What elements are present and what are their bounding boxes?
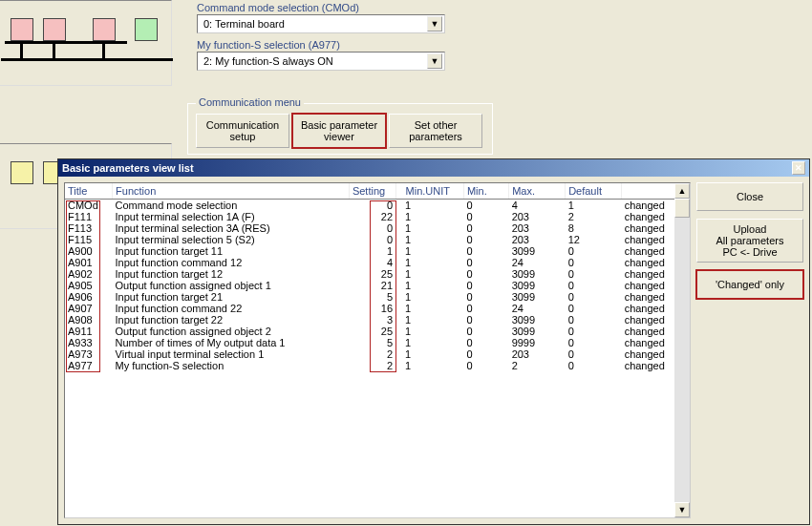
a977-dropdown[interactable]: 2: My function-S always ON ▼ bbox=[197, 52, 445, 71]
cell-function: Input function target 12 bbox=[113, 268, 350, 280]
cell-title: A908 bbox=[65, 314, 113, 326]
cell-max: 24 bbox=[509, 303, 566, 314]
cell-default: 8 bbox=[566, 222, 622, 234]
parameters-table: Title Function Setting Min.UNIT Min. Max… bbox=[65, 183, 690, 371]
cell-minunit: 1 bbox=[395, 303, 463, 314]
cell-minunit: 1 bbox=[395, 360, 463, 371]
cell-minunit: 1 bbox=[395, 337, 463, 348]
set-other-parameters-button[interactable]: Set other parameters bbox=[389, 114, 482, 148]
dialog-titlebar[interactable]: Basic parameters view list ✕ bbox=[58, 159, 809, 177]
table-row[interactable]: A911Output function assigned object 2251… bbox=[65, 326, 690, 337]
table-row[interactable]: A973Virtual input terminal selection 121… bbox=[65, 348, 690, 360]
cell-minunit: 1 bbox=[395, 234, 463, 245]
cell-default: 0 bbox=[566, 337, 622, 348]
cell-min: 0 bbox=[463, 314, 508, 326]
table-row[interactable]: F113Input terminal selection 3A (RES)010… bbox=[65, 222, 690, 234]
table-row[interactable]: F115Input terminal selection 5 (S2)01020… bbox=[65, 234, 690, 245]
scroll-down-button[interactable]: ▼ bbox=[674, 502, 690, 517]
cell-default: 0 bbox=[566, 291, 622, 303]
col-title[interactable]: Title bbox=[65, 183, 113, 199]
table-row[interactable]: F111Input terminal selection 1A (F)22102… bbox=[65, 211, 690, 222]
cell-default: 0 bbox=[566, 348, 622, 360]
table-row[interactable]: A908Input function target 2231030990chan… bbox=[65, 314, 690, 326]
basic-parameter-viewer-button[interactable]: Basic parameter viewer bbox=[292, 114, 386, 148]
cell-max: 9999 bbox=[509, 337, 566, 348]
cell-max: 4 bbox=[509, 199, 566, 211]
cell-setting: 4 bbox=[349, 257, 395, 268]
cell-setting: 2 bbox=[349, 348, 395, 360]
unit6-node-1[interactable] bbox=[11, 161, 33, 184]
cell-max: 203 bbox=[509, 211, 566, 222]
cell-setting: 22 bbox=[349, 211, 395, 222]
table-row[interactable]: A907Input function command 221610240chan… bbox=[65, 303, 690, 314]
col-function[interactable]: Function bbox=[113, 183, 350, 199]
cell-title: CMOd bbox=[65, 199, 113, 211]
dialog-close-button[interactable]: ✕ bbox=[792, 161, 805, 175]
cmod-dropdown[interactable]: 0: Terminal board ▼ bbox=[197, 14, 445, 33]
table-row[interactable]: A906Input function target 2151030990chan… bbox=[65, 291, 690, 303]
cell-min: 0 bbox=[463, 211, 508, 222]
cell-function: Command mode selection bbox=[113, 199, 350, 211]
cell-title: A907 bbox=[65, 303, 113, 314]
changed-only-button[interactable]: 'Changed' only bbox=[696, 270, 803, 299]
cell-max: 203 bbox=[509, 222, 566, 234]
cell-setting: 3 bbox=[349, 314, 395, 326]
scroll-thumb[interactable] bbox=[674, 199, 690, 218]
cell-function: Input terminal selection 3A (RES) bbox=[113, 222, 350, 234]
cell-title: A901 bbox=[65, 257, 113, 268]
cell-function: Number of times of My output data 1 bbox=[113, 337, 350, 348]
cell-min: 0 bbox=[463, 360, 508, 371]
table-row[interactable]: CMOdCommand mode selection01041changed bbox=[65, 199, 690, 211]
col-setting[interactable]: Setting bbox=[349, 183, 395, 199]
unit5-node-4[interactable] bbox=[135, 18, 158, 41]
close-button[interactable]: Close bbox=[696, 182, 803, 211]
cell-setting: 2 bbox=[349, 360, 395, 371]
cell-default: 0 bbox=[566, 326, 622, 337]
unit5-node-1[interactable] bbox=[11, 18, 33, 41]
cell-max: 3099 bbox=[509, 280, 566, 291]
cell-max: 3099 bbox=[509, 268, 566, 280]
cell-title: F111 bbox=[65, 211, 113, 222]
communication-menu-groupbox: Communication menu Communication setup B… bbox=[187, 103, 493, 155]
table-row[interactable]: A905Output function assigned object 1211… bbox=[65, 280, 690, 291]
col-min[interactable]: Min. bbox=[463, 183, 508, 199]
table-row[interactable]: A933Number of times of My output data 15… bbox=[65, 337, 690, 348]
cmod-dropdown-button[interactable]: ▼ bbox=[427, 16, 442, 32]
parameters-list-pane: Title Function Setting Min.UNIT Min. Max… bbox=[64, 182, 691, 518]
list-scrollbar[interactable]: ▲ ▼ bbox=[674, 183, 690, 517]
unit5-groupbox: NIT No.5 bbox=[0, 0, 172, 86]
cell-default: 0 bbox=[566, 303, 622, 314]
col-max[interactable]: Max. bbox=[509, 183, 566, 199]
table-row[interactable]: A902Input function target 12251030990cha… bbox=[65, 268, 690, 280]
cell-min: 0 bbox=[463, 337, 508, 348]
cell-function: Input function command 12 bbox=[113, 257, 350, 268]
upload-all-parameters-button[interactable]: Upload All parameters PC <- Drive bbox=[696, 219, 803, 263]
table-row[interactable]: A977My function-S selection21020changed bbox=[65, 360, 690, 371]
a977-dropdown-value: 2: My function-S always ON bbox=[200, 55, 427, 67]
a977-dropdown-button[interactable]: ▼ bbox=[427, 53, 442, 69]
col-minunit[interactable]: Min.UNIT bbox=[395, 183, 463, 199]
scroll-up-button[interactable]: ▲ bbox=[674, 183, 690, 199]
cell-max: 3099 bbox=[509, 291, 566, 303]
cell-max: 203 bbox=[509, 348, 566, 360]
table-row[interactable]: A901Input function command 12410240chang… bbox=[65, 257, 690, 268]
cell-default: 1 bbox=[566, 199, 622, 211]
cell-setting: 21 bbox=[349, 280, 395, 291]
cell-title: F113 bbox=[65, 222, 113, 234]
unit5-node-3[interactable] bbox=[93, 18, 116, 41]
col-default[interactable]: Default bbox=[566, 183, 622, 199]
cell-min: 0 bbox=[463, 245, 508, 257]
cell-max: 3099 bbox=[509, 245, 566, 257]
communication-setup-button[interactable]: Communication setup bbox=[196, 114, 289, 148]
cell-min: 0 bbox=[463, 303, 508, 314]
unit5-node-2[interactable] bbox=[43, 18, 66, 41]
cell-minunit: 1 bbox=[395, 268, 463, 280]
cell-title: F115 bbox=[65, 234, 113, 245]
table-row[interactable]: A900Input function target 1111030990chan… bbox=[65, 245, 690, 257]
cell-function: Input terminal selection 1A (F) bbox=[113, 211, 350, 222]
cell-minunit: 1 bbox=[395, 348, 463, 360]
cell-minunit: 1 bbox=[395, 291, 463, 303]
cell-function: Input function target 11 bbox=[113, 245, 350, 257]
cell-function: My function-S selection bbox=[113, 360, 350, 371]
cell-function: Input terminal selection 5 (S2) bbox=[113, 234, 350, 245]
